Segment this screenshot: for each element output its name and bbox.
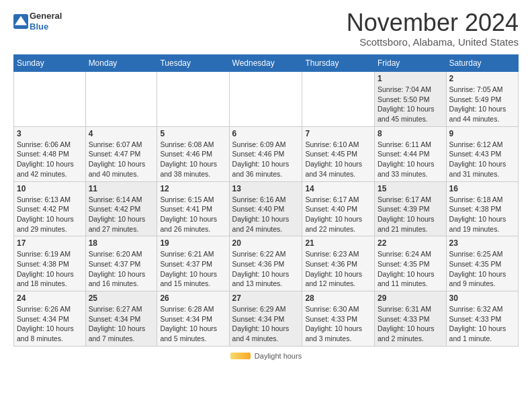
calendar-cell: 4Sunrise: 6:07 AM Sunset: 4:47 PM Daylig… bbox=[85, 126, 157, 181]
day-info: Sunrise: 6:29 AM Sunset: 4:34 PM Dayligh… bbox=[232, 304, 300, 344]
day-info: Sunrise: 6:23 AM Sunset: 4:36 PM Dayligh… bbox=[305, 249, 371, 289]
day-number: 25 bbox=[89, 293, 154, 303]
day-info: Sunrise: 6:22 AM Sunset: 4:36 PM Dayligh… bbox=[232, 249, 300, 289]
day-info: Sunrise: 6:18 AM Sunset: 4:38 PM Dayligh… bbox=[449, 195, 515, 234]
logo-blue: Blue bbox=[30, 21, 48, 32]
calendar-cell: 19Sunrise: 6:21 AM Sunset: 4:37 PM Dayli… bbox=[157, 236, 229, 291]
calendar-cell: 3Sunrise: 6:06 AM Sunset: 4:48 PM Daylig… bbox=[14, 126, 86, 181]
day-number: 26 bbox=[160, 293, 226, 303]
calendar-cell: 26Sunrise: 6:28 AM Sunset: 4:34 PM Dayli… bbox=[157, 291, 229, 347]
calendar-week-row: 24Sunrise: 6:26 AM Sunset: 4:34 PM Dayli… bbox=[14, 291, 519, 347]
day-number: 15 bbox=[378, 184, 443, 193]
calendar-header-tuesday: Tuesday bbox=[157, 55, 229, 72]
calendar-cell: 13Sunrise: 6:16 AM Sunset: 4:40 PM Dayli… bbox=[229, 181, 302, 236]
calendar-cell: 10Sunrise: 6:13 AM Sunset: 4:42 PM Dayli… bbox=[14, 181, 86, 236]
calendar-cell: 6Sunrise: 6:09 AM Sunset: 4:46 PM Daylig… bbox=[229, 126, 302, 181]
day-info: Sunrise: 6:06 AM Sunset: 4:48 PM Dayligh… bbox=[17, 140, 83, 179]
calendar-cell: 5Sunrise: 6:08 AM Sunset: 4:46 PM Daylig… bbox=[157, 126, 229, 181]
calendar-cell: 14Sunrise: 6:17 AM Sunset: 4:40 PM Dayli… bbox=[302, 181, 375, 236]
calendar-header-wednesday: Wednesday bbox=[229, 55, 302, 72]
calendar-header-row: SundayMondayTuesdayWednesdayThursdayFrid… bbox=[14, 55, 519, 72]
calendar-week-row: 1Sunrise: 7:04 AM Sunset: 5:50 PM Daylig… bbox=[14, 72, 519, 127]
legend: Daylight hours bbox=[13, 352, 519, 360]
day-number: 30 bbox=[449, 293, 515, 303]
day-number: 23 bbox=[449, 238, 515, 248]
day-number: 19 bbox=[160, 238, 226, 248]
calendar-cell: 25Sunrise: 6:27 AM Sunset: 4:34 PM Dayli… bbox=[85, 291, 157, 347]
day-number: 3 bbox=[17, 129, 83, 138]
day-info: Sunrise: 6:08 AM Sunset: 4:46 PM Dayligh… bbox=[160, 140, 226, 179]
day-number: 27 bbox=[232, 293, 300, 303]
day-number: 1 bbox=[378, 74, 443, 83]
calendar-cell: 23Sunrise: 6:25 AM Sunset: 4:35 PM Dayli… bbox=[446, 236, 518, 291]
location: Scottsboro, Alabama, United States bbox=[347, 36, 519, 48]
calendar-cell: 1Sunrise: 7:04 AM Sunset: 5:50 PM Daylig… bbox=[374, 72, 446, 127]
day-info: Sunrise: 6:31 AM Sunset: 4:33 PM Dayligh… bbox=[378, 304, 443, 344]
day-number: 2 bbox=[449, 74, 515, 83]
page: General Blue November 2024 Scottsboro, A… bbox=[0, 0, 532, 367]
calendar-header-monday: Monday bbox=[85, 55, 157, 72]
day-info: Sunrise: 6:21 AM Sunset: 4:37 PM Dayligh… bbox=[160, 249, 226, 289]
legend-label: Daylight hours bbox=[255, 352, 302, 360]
calendar-cell: 29Sunrise: 6:31 AM Sunset: 4:33 PM Dayli… bbox=[374, 291, 446, 347]
month-title: November 2024 bbox=[347, 11, 519, 35]
calendar-cell: 2Sunrise: 7:05 AM Sunset: 5:49 PM Daylig… bbox=[446, 72, 518, 127]
day-info: Sunrise: 6:26 AM Sunset: 4:34 PM Dayligh… bbox=[17, 304, 83, 344]
calendar-cell: 8Sunrise: 6:11 AM Sunset: 4:44 PM Daylig… bbox=[374, 126, 446, 181]
calendar-cell: 18Sunrise: 6:20 AM Sunset: 4:37 PM Dayli… bbox=[85, 236, 157, 291]
day-info: Sunrise: 6:32 AM Sunset: 4:33 PM Dayligh… bbox=[449, 304, 515, 344]
calendar-header-saturday: Saturday bbox=[446, 55, 518, 72]
day-info: Sunrise: 6:15 AM Sunset: 4:41 PM Dayligh… bbox=[160, 195, 226, 234]
day-info: Sunrise: 6:27 AM Sunset: 4:34 PM Dayligh… bbox=[89, 304, 154, 344]
day-info: Sunrise: 7:05 AM Sunset: 5:49 PM Dayligh… bbox=[449, 85, 515, 124]
day-number: 10 bbox=[17, 184, 83, 193]
day-number: 11 bbox=[89, 184, 154, 193]
day-info: Sunrise: 6:13 AM Sunset: 4:42 PM Dayligh… bbox=[17, 195, 83, 234]
day-number: 18 bbox=[89, 238, 154, 248]
calendar-week-row: 17Sunrise: 6:19 AM Sunset: 4:38 PM Dayli… bbox=[14, 236, 519, 291]
day-info: Sunrise: 6:25 AM Sunset: 4:35 PM Dayligh… bbox=[449, 249, 515, 289]
calendar-cell bbox=[157, 72, 229, 127]
day-info: Sunrise: 6:28 AM Sunset: 4:34 PM Dayligh… bbox=[160, 304, 226, 344]
day-number: 9 bbox=[449, 129, 515, 138]
calendar-cell: 24Sunrise: 6:26 AM Sunset: 4:34 PM Dayli… bbox=[14, 291, 86, 347]
day-number: 6 bbox=[232, 129, 300, 138]
title-area: November 2024 Scottsboro, Alabama, Unite… bbox=[347, 11, 519, 48]
calendar-cell: 9Sunrise: 6:12 AM Sunset: 4:43 PM Daylig… bbox=[446, 126, 518, 181]
day-info: Sunrise: 6:24 AM Sunset: 4:35 PM Dayligh… bbox=[378, 249, 443, 289]
calendar-cell: 22Sunrise: 6:24 AM Sunset: 4:35 PM Dayli… bbox=[374, 236, 446, 291]
day-info: Sunrise: 6:11 AM Sunset: 4:44 PM Dayligh… bbox=[378, 140, 443, 179]
day-info: Sunrise: 6:10 AM Sunset: 4:45 PM Dayligh… bbox=[305, 140, 371, 179]
calendar-cell bbox=[85, 72, 157, 127]
calendar-cell: 12Sunrise: 6:15 AM Sunset: 4:41 PM Dayli… bbox=[157, 181, 229, 236]
calendar-header-sunday: Sunday bbox=[14, 55, 86, 72]
calendar-cell: 20Sunrise: 6:22 AM Sunset: 4:36 PM Dayli… bbox=[229, 236, 302, 291]
calendar-cell: 16Sunrise: 6:18 AM Sunset: 4:38 PM Dayli… bbox=[446, 181, 518, 236]
day-number: 20 bbox=[232, 238, 300, 248]
calendar-week-row: 3Sunrise: 6:06 AM Sunset: 4:48 PM Daylig… bbox=[14, 126, 519, 181]
day-number: 29 bbox=[378, 293, 443, 303]
calendar-cell: 28Sunrise: 6:30 AM Sunset: 4:33 PM Dayli… bbox=[302, 291, 375, 347]
day-info: Sunrise: 6:20 AM Sunset: 4:37 PM Dayligh… bbox=[89, 249, 154, 289]
calendar-cell: 27Sunrise: 6:29 AM Sunset: 4:34 PM Dayli… bbox=[229, 291, 302, 347]
day-number: 13 bbox=[232, 184, 300, 193]
logo-icon bbox=[13, 14, 28, 29]
day-number: 12 bbox=[160, 184, 226, 193]
calendar-cell: 17Sunrise: 6:19 AM Sunset: 4:38 PM Dayli… bbox=[14, 236, 86, 291]
day-info: Sunrise: 6:07 AM Sunset: 4:47 PM Dayligh… bbox=[89, 140, 154, 179]
day-number: 4 bbox=[89, 129, 154, 138]
logo: General Blue bbox=[13, 11, 62, 32]
calendar-cell: 15Sunrise: 6:17 AM Sunset: 4:39 PM Dayli… bbox=[374, 181, 446, 236]
legend-bar bbox=[230, 353, 251, 359]
calendar-cell: 21Sunrise: 6:23 AM Sunset: 4:36 PM Dayli… bbox=[302, 236, 375, 291]
day-number: 22 bbox=[378, 238, 443, 248]
day-number: 16 bbox=[449, 184, 515, 193]
logo-text: General Blue bbox=[30, 11, 62, 32]
day-number: 24 bbox=[17, 293, 83, 303]
day-number: 14 bbox=[305, 184, 371, 193]
calendar-table: SundayMondayTuesdayWednesdayThursdayFrid… bbox=[13, 54, 519, 347]
day-info: Sunrise: 6:14 AM Sunset: 4:42 PM Dayligh… bbox=[89, 195, 154, 234]
day-number: 17 bbox=[17, 238, 83, 248]
calendar-cell bbox=[14, 72, 86, 127]
day-info: Sunrise: 6:30 AM Sunset: 4:33 PM Dayligh… bbox=[305, 304, 371, 344]
